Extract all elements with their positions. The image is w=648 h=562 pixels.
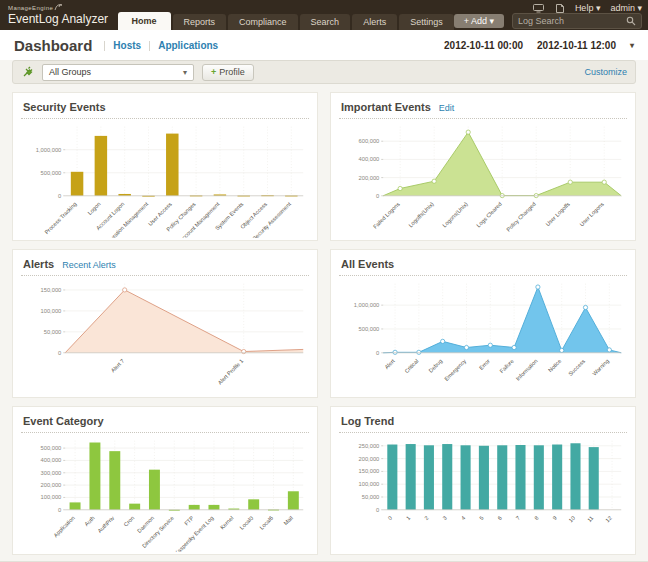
svg-text:Local6: Local6 [258, 515, 274, 531]
tab-compliance[interactable]: Compliance [228, 14, 298, 30]
svg-text:Daemon: Daemon [136, 515, 155, 534]
chart-header: Security Events [21, 99, 309, 119]
tab-alerts[interactable]: Alerts [352, 14, 397, 30]
chart-card-event-category: Event Category0100,000200,000300,000400,… [12, 406, 318, 555]
svg-text:200,000: 200,000 [359, 456, 380, 462]
group-select[interactable]: All Groups ▾ [42, 64, 194, 81]
svg-text:User Logons: User Logons [578, 201, 605, 228]
subheader-link-hosts[interactable]: Hosts [113, 40, 141, 51]
svg-text:Success: Success [567, 358, 586, 377]
svg-text:7: 7 [515, 515, 521, 521]
subheader-link-applications[interactable]: Applications [158, 40, 218, 51]
document-icon[interactable] [554, 4, 565, 13]
chart-title: Event Category [23, 415, 104, 427]
svg-text:0: 0 [376, 193, 379, 199]
chart-header: Event Category [21, 413, 309, 433]
svg-text:Logons(Unix): Logons(Unix) [441, 201, 469, 229]
customize-link[interactable]: Customize [584, 67, 627, 77]
svg-text:6: 6 [496, 515, 502, 521]
brand-logo: ManageEngine EventLog Analyzer [8, 0, 118, 30]
chart-title: Alerts [23, 258, 54, 270]
add-button[interactable]: + Add ▾ [454, 14, 504, 28]
svg-text:100,000: 100,000 [359, 481, 380, 487]
svg-text:Account Management: Account Management [178, 201, 221, 238]
svg-text:Kaspersky Event Log: Kaspersky Event Log [173, 515, 214, 552]
chart-title: Log Trend [341, 415, 394, 427]
svg-text:10: 10 [568, 515, 577, 524]
svg-text:400,000: 400,000 [41, 457, 62, 463]
svg-text:Application: Application [52, 515, 75, 538]
svg-text:Alert Profile 1: Alert Profile 1 [217, 358, 245, 386]
search-icon[interactable] [626, 16, 636, 26]
chart-title: All Events [341, 258, 394, 270]
svg-text:2: 2 [423, 515, 429, 521]
svg-text:1,000,000: 1,000,000 [354, 302, 380, 308]
tab-reports[interactable]: Reports [173, 14, 227, 30]
svg-text:Debug: Debug [428, 358, 444, 374]
tab-home[interactable]: Home [118, 12, 171, 30]
subheader: Dashboard HostsApplications 2012-10-11 0… [0, 30, 648, 60]
svg-text:Failed Logons: Failed Logons [372, 201, 401, 230]
svg-text:0: 0 [376, 507, 379, 513]
log-search-box [512, 13, 642, 29]
svg-text:11: 11 [586, 515, 594, 523]
date-from[interactable]: 2012-10-11 00:00 [444, 40, 523, 51]
svg-text:0: 0 [58, 193, 61, 199]
subheader-links: HostsApplications [104, 40, 218, 51]
svg-text:250,000: 250,000 [359, 443, 380, 449]
svg-text:1: 1 [405, 515, 411, 521]
edit-link[interactable]: Edit [439, 103, 455, 113]
chart-card-all-events: All Events0500,0001,000,000AlertCritical… [330, 249, 636, 398]
svg-text:100,000: 100,000 [41, 494, 62, 500]
svg-text:200,000: 200,000 [359, 175, 380, 181]
chart-header: Log Trend [339, 413, 627, 433]
svg-text:Logon: Logon [86, 201, 101, 216]
divider [104, 41, 105, 51]
date-range[interactable]: 2012-10-11 00:00 2012-10-11 12:00 ▾ [444, 40, 634, 51]
help-menu[interactable]: Help ▾ [575, 3, 601, 13]
svg-text:Critical: Critical [403, 358, 419, 374]
svg-text:0: 0 [387, 515, 393, 521]
svg-text:Alert: Alert [383, 358, 396, 371]
chart-title: Important Events [341, 101, 431, 113]
svg-text:Information: Information [515, 358, 539, 382]
svg-text:50,000: 50,000 [44, 329, 62, 335]
all-events-chart: 0500,0001,000,000AlertCriticalDebugEmerg… [339, 276, 627, 395]
svg-text:0: 0 [58, 350, 61, 356]
log-trend-chart: 050,000100,000150,000200,000250,00001234… [339, 433, 627, 552]
alerts-chart: 050,000100,000150,000Alert 7Alert Profil… [21, 276, 309, 395]
svg-text:500,000: 500,000 [359, 326, 380, 332]
date-caret-icon[interactable]: ▾ [630, 41, 634, 50]
svg-text:150,000: 150,000 [41, 287, 62, 293]
svg-text:AuthPriv: AuthPriv [96, 515, 115, 534]
main-tabs: HomeReportsComplianceSearchAlertsSetting… [118, 0, 454, 30]
chart-card-log-trend: Log Trend050,000100,000150,000200,000250… [330, 406, 636, 555]
svg-text:Auth: Auth [83, 515, 95, 527]
top-header: ManageEngine EventLog Analyzer HomeRepor… [0, 0, 648, 30]
swirl-icon [54, 3, 64, 11]
svg-text:200,000: 200,000 [41, 482, 62, 488]
event-category-chart: 0100,000200,000300,000400,000500,000Appl… [21, 433, 309, 552]
log-search-input[interactable] [518, 16, 626, 26]
chart-card-security-events: Security Events0500,0001,000,000Process … [12, 92, 318, 241]
svg-text:Local0: Local0 [239, 515, 255, 531]
tab-settings[interactable]: Settings [399, 14, 454, 30]
svg-text:FTP: FTP [183, 515, 195, 527]
divider [149, 41, 150, 51]
tab-search[interactable]: Search [300, 14, 351, 30]
recent-alerts-link[interactable]: Recent Alerts [62, 260, 116, 270]
svg-text:300,000: 300,000 [41, 470, 62, 476]
chart-card-alerts: AlertsRecent Alerts050,000100,000150,000… [12, 249, 318, 398]
svg-text:500,000: 500,000 [41, 170, 62, 176]
add-profile-button[interactable]: + Profile [202, 64, 254, 81]
monitor-icon[interactable] [533, 4, 544, 13]
svg-text:1,000,000: 1,000,000 [36, 147, 62, 153]
svg-text:Error: Error [478, 358, 491, 371]
chart-card-important-events: Important EventsEdit0200,000400,000600,0… [330, 92, 636, 241]
svg-text:9: 9 [551, 515, 557, 521]
date-to[interactable]: 2012-10-11 12:00 [537, 40, 616, 51]
dashboard-toolbar: All Groups ▾ + Profile Customize [12, 60, 636, 84]
admin-menu[interactable]: admin ▾ [610, 3, 642, 13]
svg-text:3: 3 [442, 515, 448, 521]
svg-text:50,000: 50,000 [362, 494, 380, 500]
